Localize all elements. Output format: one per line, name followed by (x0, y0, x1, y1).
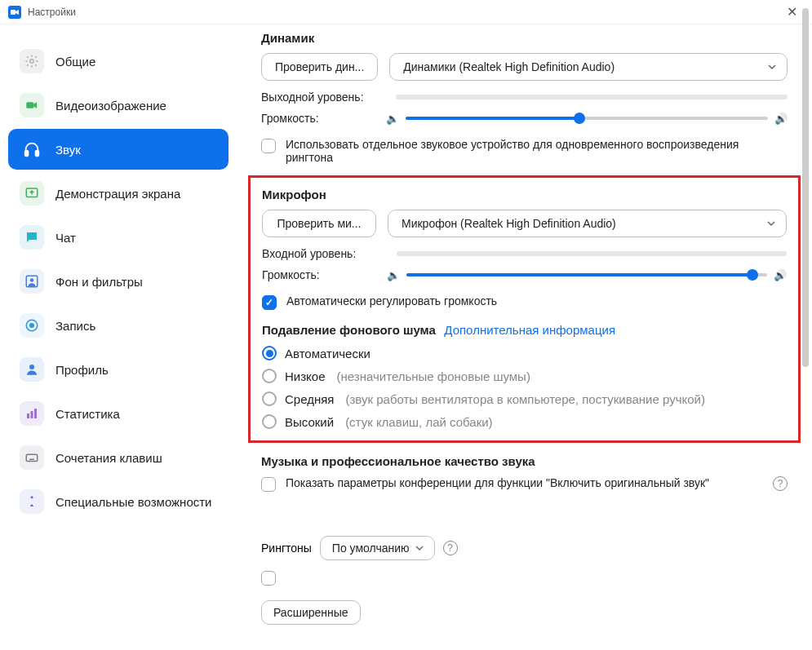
svg-rect-12 (31, 411, 33, 418)
input-level-meter (397, 251, 787, 256)
svg-rect-0 (11, 10, 16, 15)
speaker-low-icon: 🔈 (387, 269, 400, 281)
svg-point-19 (31, 496, 33, 498)
separate-ringer-label: Использовать отдельное звуковое устройст… (286, 138, 788, 164)
separate-ringer-checkbox[interactable] (261, 139, 276, 153)
sidebar-item-background[interactable]: Фон и фильтры (8, 261, 229, 302)
profile-icon (20, 357, 44, 382)
sidebar-item-label: Звук (55, 143, 81, 157)
output-level-meter (396, 95, 788, 99)
speaker-heading: Динамик (261, 31, 788, 45)
partial-checkbox[interactable] (261, 571, 276, 586)
sidebar-item-profile[interactable]: Профиль (8, 349, 229, 390)
microphone-section-highlight: Микрофон Проверить ми... Микрофон (Realt… (248, 175, 801, 443)
sidebar-item-label: Видеоизображение (55, 99, 166, 113)
mic-volume-slider[interactable] (406, 273, 767, 276)
sidebar-item-chat[interactable]: Чат (8, 217, 229, 258)
svg-rect-13 (34, 409, 37, 418)
svg-rect-11 (27, 413, 29, 418)
svg-rect-14 (26, 454, 38, 461)
noise-auto-label: Автоматически (285, 347, 371, 360)
sidebar-item-shortcuts[interactable]: Сочетания клавиш (8, 437, 229, 478)
mic-volume-label: Громкость: (262, 268, 380, 281)
test-speaker-button[interactable]: Проверить дин... (261, 53, 378, 81)
svg-point-7 (30, 278, 34, 282)
microphone-heading: Микрофон (262, 188, 787, 201)
noise-suppression-info-link[interactable]: Дополнительная информация (444, 323, 615, 337)
svg-point-10 (29, 365, 34, 369)
keyboard-icon (20, 445, 44, 470)
speaker-volume-slider[interactable] (406, 117, 768, 120)
scrollbar[interactable] (802, 8, 809, 367)
sidebar-item-label: Общие (55, 55, 95, 69)
sidebar-item-label: Фон и фильтры (55, 275, 143, 289)
chat-icon (20, 225, 44, 250)
chevron-down-icon (415, 543, 424, 553)
mic-device-select[interactable]: Микрофон (Realtek High Definition Audio) (388, 210, 787, 237)
speaker-volume-label: Громкость: (261, 112, 379, 125)
window-title: Настройки (28, 7, 76, 18)
noise-low-hint: (незначительные фоновые шумы) (337, 369, 530, 383)
sidebar-item-label: Запись (55, 319, 95, 333)
sidebar-item-recording[interactable]: Запись (8, 305, 229, 346)
sidebar-item-label: Чат (55, 231, 76, 245)
mic-device-value: Микрофон (Realtek High Definition Audio) (402, 217, 616, 230)
help-icon[interactable]: ? (443, 541, 458, 555)
statistics-icon (20, 401, 44, 426)
sidebar-item-label: Профиль (55, 363, 109, 377)
speaker-high-icon: 🔊 (774, 269, 787, 281)
auto-adjust-volume-checkbox[interactable] (262, 295, 277, 310)
music-heading: Музыка и профессиональное качество звука (261, 454, 788, 468)
ringtones-label: Рингтоны (261, 542, 312, 555)
svg-rect-4 (36, 151, 39, 156)
output-level-label: Выходной уровень: (261, 91, 379, 104)
svg-point-1 (30, 60, 34, 64)
speaker-high-icon: 🔊 (774, 113, 788, 125)
input-level-label: Входной уровень: (262, 247, 380, 260)
sidebar-item-statistics[interactable]: Статистика (8, 393, 229, 434)
record-icon (20, 313, 44, 338)
svg-point-9 (29, 323, 34, 328)
noise-low-label: Низкое (285, 369, 326, 383)
original-sound-checkbox[interactable] (261, 477, 276, 492)
noise-auto-radio[interactable] (262, 346, 277, 360)
noise-high-radio[interactable] (262, 414, 277, 429)
noise-high-hint: (стук клавиш, лай собаки) (345, 415, 492, 429)
settings-sidebar: Общие Видеоизображение Звук Демонстрация… (0, 24, 237, 650)
test-mic-button[interactable]: Проверить ми... (262, 210, 376, 237)
sidebar-item-general[interactable]: Общие (8, 41, 229, 82)
noise-suppression-heading: Подавление фонового шума (262, 323, 436, 337)
speaker-device-select[interactable]: Динамики (Realtek High Definition Audio) (389, 53, 788, 81)
gear-icon (20, 49, 44, 73)
video-icon (20, 93, 44, 117)
auto-adjust-volume-label: Автоматически регулировать громкость (286, 294, 497, 307)
svg-rect-2 (26, 102, 33, 108)
noise-high-label: Высокий (285, 415, 334, 429)
ringtones-select[interactable]: По умолчанию (320, 536, 435, 560)
sidebar-item-label: Специальные возможности (55, 495, 212, 509)
sidebar-item-audio[interactable]: Звук (8, 129, 229, 170)
ringtones-value: По умолчанию (332, 542, 410, 555)
help-icon[interactable]: ? (773, 476, 788, 491)
noise-medium-radio[interactable] (262, 391, 277, 406)
sidebar-item-accessibility[interactable]: Специальные возможности (8, 481, 229, 522)
share-screen-icon (20, 181, 44, 206)
chevron-down-icon (766, 219, 776, 228)
advanced-button[interactable]: Расширенные (261, 600, 361, 625)
app-icon (8, 6, 21, 19)
svg-rect-3 (25, 151, 29, 156)
noise-low-radio[interactable] (262, 369, 277, 383)
background-icon (20, 269, 44, 294)
headphones-icon (20, 137, 44, 161)
accessibility-icon (20, 489, 44, 514)
sidebar-item-share[interactable]: Демонстрация экрана (8, 173, 229, 214)
settings-content: Динамик Проверить дин... Динамики (Realt… (237, 24, 812, 650)
sidebar-item-label: Демонстрация экрана (55, 187, 180, 201)
sidebar-item-video[interactable]: Видеоизображение (8, 85, 229, 126)
sidebar-item-label: Статистика (55, 407, 120, 421)
speaker-device-value: Динамики (Realtek High Definition Audio) (403, 60, 615, 73)
speaker-low-icon: 🔈 (386, 113, 399, 125)
close-button[interactable]: ✕ (780, 4, 804, 20)
original-sound-label: Показать параметры конференции для функц… (286, 476, 763, 489)
chevron-down-icon (767, 62, 777, 72)
